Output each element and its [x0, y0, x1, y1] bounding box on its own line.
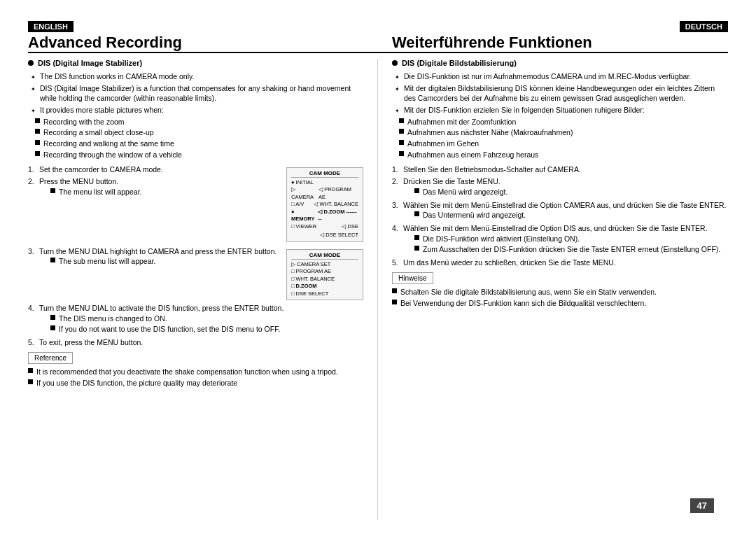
ref-note-text-2: If you use the DIS function, the picture…	[36, 378, 237, 388]
cam-mode-title-2: CAM MODE	[291, 252, 358, 260]
dis-subitem-1: Recording with the zoom	[28, 117, 363, 127]
diamond-icon	[31, 106, 36, 111]
dis-subitem-r3: Aufnahmen im Gehen	[392, 139, 728, 149]
dis-subitem-r-text-3: Aufnahmen im Gehen	[407, 139, 479, 149]
square-icon	[399, 118, 404, 123]
step-text-4: Turn the MENU DIAL to activate the DIS f…	[39, 304, 284, 312]
dis-heading-right: DIS (Digitale Bildstabilisierung)	[392, 59, 728, 67]
cam-mode-title-1: CAM MODE	[291, 170, 358, 178]
bullet-icon	[392, 60, 398, 66]
dis-subitem-text-2: Recording a small object close-up	[43, 127, 154, 138]
dis-bullet-text-1: The DIS function works in CAMERA mode on…	[40, 71, 194, 82]
dis-subitem-r1: Aufnahmen mit der Zoomfunktion	[392, 117, 728, 127]
step-r-4-sub-text-2: Zum Ausschalten der DIS-Funktion drücken…	[423, 244, 720, 255]
step-r-text-3: Wählen Sie mit dem Menü-Einstellrad die …	[403, 201, 726, 209]
dis-subitem-text-4: Recording through the window of a vehicl…	[43, 150, 182, 160]
dis-subitem-text-3: Recording and walking at the same time	[43, 139, 174, 149]
dis-bullet-1: The DIS function works in CAMERA mode on…	[28, 71, 363, 82]
dis-heading-left: DIS (Digital Image Stabilizer)	[28, 59, 363, 67]
diamond-icon	[31, 84, 36, 90]
dis-subitem-4: Recording through the window of a vehicl…	[28, 150, 363, 160]
left-column: DIS (Digital Image Stabilizer) The DIS f…	[28, 59, 378, 520]
step-3-sub: The sub menu list will appear.	[50, 256, 276, 267]
step-r-num-1: 1.	[392, 164, 403, 175]
dis-bullet-r-text-2: Mit der digitalen Bildstabilisierung DIS…	[404, 83, 728, 104]
steps-section-left: 1. Set the camcorder to CAMERA mode. 2. …	[28, 164, 363, 245]
step-num-3: 3.	[28, 246, 39, 257]
step-r-text-4: Wählen Sie mit dem Menü-Einstellrad die …	[403, 224, 708, 232]
dis-subitem-2: Recording a small object close-up	[28, 127, 363, 138]
square-icon	[414, 246, 419, 251]
step-num-5: 5.	[28, 337, 39, 348]
dis-bullet-3: It provides more stable pictures when:	[28, 105, 363, 115]
step-4-sub-2: If you do not want to use the DIS functi…	[50, 324, 284, 335]
cam-row-camera: ▷ CAMERA◁ PROGRAM AE	[291, 186, 358, 201]
step-4-sub-text-1: The DIS menu is changed to ON.	[59, 314, 167, 324]
step-r-text-5: Um das Menü wieder zu schließen, drücken…	[403, 258, 616, 268]
page-number: 47	[690, 498, 714, 513]
step-r-3-sub: Das Untermenü wird angezeigt.	[414, 210, 726, 220]
hinweise-note-2: Bei Verwendung der DIS-Funktion kann sic…	[392, 298, 728, 309]
step-2-sub: The menu list will appear.	[50, 187, 141, 197]
cam-row-initial: ● INITIAL	[291, 179, 358, 187]
square-icon	[35, 129, 40, 134]
dis-subitem-r2: Aufnahmen aus nächster Nähe (Makroaufnah…	[392, 127, 728, 138]
ref-note-text-1: It is recommended that you deactivate th…	[36, 367, 338, 377]
hinweise-note-text-2: Bei Verwendung der DIS-Funktion kann sic…	[400, 298, 646, 309]
square-icon	[35, 151, 40, 156]
step-1-left: 1. Set the camcorder to CAMERA mode.	[28, 164, 281, 175]
cam-mode-diagram-1: CAM MODE ● INITIAL ▷ CAMERA◁ PROGRAM AE …	[286, 167, 363, 242]
square-icon	[50, 315, 55, 320]
dis-subitem-3: Recording and walking at the same time	[28, 139, 363, 149]
dis-heading-text-right: DIS (Digitale Bildstabilisierung)	[402, 59, 517, 67]
left-title: Advanced Recording	[28, 34, 378, 52]
cam-row-dse: ◁ DSE SELECT	[291, 232, 358, 239]
right-column: DIS (Digitale Bildstabilisierung) Die DI…	[378, 59, 728, 520]
deutsch-badge: DEUTSCH	[680, 21, 728, 32]
note-square-icon	[28, 368, 33, 373]
step-4-left: 4. Turn the MENU DIAL to activate the DI…	[28, 303, 363, 335]
step-r-text-1: Stellen Sie den Betriebsmodus-Schalter a…	[403, 164, 581, 175]
diamond-icon	[31, 72, 36, 78]
step-5-right: 5. Um das Menü wieder zu schließen, drüc…	[392, 258, 728, 268]
square-icon	[399, 129, 404, 134]
square-icon	[50, 258, 55, 262]
step-r-num-2: 2.	[392, 176, 403, 187]
step-4-sub-text-2: If you do not want to use the DIS functi…	[59, 324, 280, 335]
dis-heading-text-left: DIS (Digital Image Stabilizer)	[38, 59, 142, 67]
square-icon	[399, 140, 404, 145]
dis-subitem-r-text-1: Aufnahmen mit der Zoomfunktion	[407, 117, 516, 127]
step-num-4: 4.	[28, 303, 39, 314]
dis-bullet-r3: Mit der DIS-Funktion erzielen Sie in fol…	[392, 105, 728, 115]
dis-subitem-r-text-4: Aufnahmen aus einem Fahrzeug heraus	[407, 150, 538, 160]
step-r-4-sub-2: Zum Ausschalten der DIS-Funktion drücken…	[414, 244, 720, 255]
step-1-right: 1. Stellen Sie den Betriebsmodus-Schalte…	[392, 164, 728, 175]
step-text-5: To exit, press the MENU button.	[39, 337, 143, 348]
step-text-3: Turn the MENU DIAL highlight to CAMERA a…	[39, 247, 276, 255]
step-2-sub-text: The menu list will appear.	[59, 187, 141, 197]
dis-bullets-right: Die DIS-Funktion ist nur im Aufnahmemodu…	[392, 71, 728, 160]
step-2-left: 2. Press the MENU button. The menu list …	[28, 176, 281, 197]
cam2-row-programae: □ PROGRAM AE	[291, 268, 358, 276]
square-icon	[50, 325, 55, 330]
diamond-icon	[395, 72, 400, 78]
square-icon	[399, 151, 404, 156]
step-text-2: Press the MENU button.	[39, 177, 118, 185]
right-title: Weiterführende Funktionen	[392, 34, 728, 52]
hinweise-box: Hinweise	[392, 272, 433, 284]
square-icon	[35, 118, 40, 123]
diamond-icon	[395, 84, 400, 90]
step-r-3-sub-text: Das Untermenü wird angezeigt.	[423, 210, 526, 220]
square-icon	[414, 211, 419, 216]
step-num-1: 1.	[28, 164, 39, 175]
bullet-icon	[28, 60, 34, 66]
cam2-row-whtbalance: □ WHT. BALANCE	[291, 276, 358, 283]
step-r-2-sub-text: Das Menü wird angezeigt.	[423, 187, 507, 197]
step-3-sub-text: The sub menu list will appear.	[59, 256, 155, 267]
note-square-icon	[28, 379, 33, 384]
step-3-left: 3. Turn the MENU DIAL highlight to CAMER…	[28, 246, 281, 267]
square-icon	[414, 188, 419, 193]
ref-note-1: It is recommended that you deactivate th…	[28, 367, 363, 377]
dis-bullet-r1: Die DIS-Funktion ist nur im Aufnahmemodu…	[392, 71, 728, 82]
step-3-section: 3. Turn the MENU DIAL highlight to CAMER…	[28, 246, 363, 304]
